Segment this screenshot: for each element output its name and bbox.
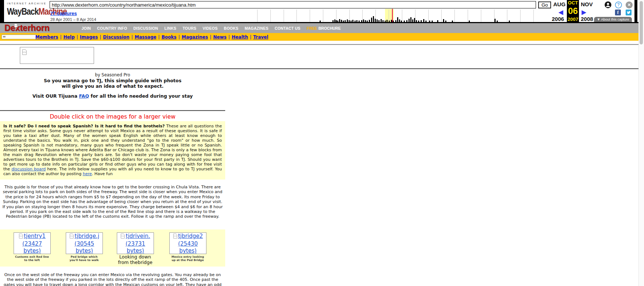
capture-bar[interactable] [416, 20, 417, 22]
capture-bar[interactable] [410, 17, 411, 22]
capture-bar[interactable] [409, 19, 410, 22]
faq-link[interactable]: FAQ [79, 93, 89, 99]
capture-bar[interactable] [385, 21, 386, 22]
capture-bar[interactable] [443, 19, 444, 22]
capture-bar[interactable] [347, 19, 348, 22]
capture-bar[interactable] [497, 21, 498, 22]
posting-here-link[interactable]: here [83, 171, 92, 176]
capture-bar[interactable] [343, 21, 344, 22]
quick-link-images[interactable]: Images [80, 35, 98, 40]
capture-bar[interactable] [445, 21, 446, 22]
capture-bar[interactable] [386, 20, 388, 22]
thumbnail-link[interactable]: tjbridge.j (30545 bytes) [75, 233, 99, 254]
year-prev-label[interactable]: 2006 [552, 16, 564, 22]
thumbnail-link[interactable]: tjdrivein. (23731 bytes) [126, 233, 150, 254]
capture-bar[interactable] [509, 21, 510, 22]
nav-item-magazines[interactable]: MAGAZINES [245, 26, 269, 30]
next-capture-arrow-icon[interactable]: ▶ [582, 9, 586, 16]
capture-bar[interactable] [334, 19, 335, 22]
nav-item-join[interactable]: JOIN [82, 26, 91, 30]
prev-capture-arrow-icon[interactable]: ◀ [558, 9, 563, 16]
capture-bar[interactable] [452, 21, 453, 22]
quick-link-discussion[interactable]: Discussion [103, 35, 129, 40]
capture-bar[interactable] [336, 20, 337, 22]
capture-bar[interactable] [349, 20, 350, 22]
nav-item-videos[interactable]: VIDEOS [202, 26, 217, 30]
capture-bar[interactable] [423, 19, 424, 22]
capture-bar[interactable] [404, 21, 405, 22]
month-prev-label[interactable]: AUG [553, 1, 565, 7]
capture-bar[interactable] [425, 21, 427, 22]
thumbnail-link[interactable]: tjentry1 (23427 bytes) [22, 233, 46, 254]
profile-icon[interactable] [604, 1, 612, 8]
capture-bar[interactable] [412, 19, 413, 22]
scrollbar-thumb[interactable] [640, 1, 643, 44]
capture-bar[interactable] [395, 20, 396, 22]
captures-count-link[interactable]: 77 captures [50, 11, 77, 16]
year-next-label[interactable]: 2008 [581, 16, 593, 22]
capture-bar[interactable] [359, 21, 360, 22]
capture-bar[interactable] [406, 20, 407, 22]
capture-bar[interactable] [371, 18, 372, 22]
go-button[interactable]: Go [538, 1, 551, 8]
scrollbar[interactable] [638, 0, 644, 286]
capture-bar[interactable] [382, 20, 384, 22]
capture-bar[interactable] [365, 20, 366, 22]
capture-bar[interactable] [469, 21, 470, 22]
capture-bar[interactable] [432, 21, 433, 22]
capture-bar[interactable] [341, 20, 342, 22]
capture-bar[interactable] [320, 21, 321, 22]
broken-header-image[interactable] [20, 47, 94, 64]
close-icon[interactable]: ✕ [626, 1, 633, 8]
quick-link-travel[interactable]: Travel [253, 35, 268, 40]
quick-link-members[interactable]: Members [35, 35, 58, 40]
capture-bar[interactable] [399, 19, 400, 22]
thumbnail-broken-image[interactable]: tjdrivein. (23731 bytes) [117, 232, 154, 254]
capture-bar[interactable] [377, 19, 378, 22]
facebook-icon[interactable]: f [615, 10, 621, 15]
capture-bar[interactable] [381, 19, 382, 22]
quick-link-news[interactable]: News [213, 35, 226, 40]
thumbnail-broken-image[interactable]: tjentry1 (23427 bytes) [14, 232, 51, 254]
nav-item-books[interactable]: BOOKS [224, 26, 238, 30]
nav-item-links[interactable]: LINKS [164, 26, 176, 30]
capture-bar[interactable] [345, 20, 346, 22]
capture-bar[interactable] [397, 17, 398, 22]
capture-bar[interactable] [494, 19, 496, 22]
quick-link-help[interactable]: Help [63, 35, 75, 40]
capture-bar[interactable] [418, 21, 419, 22]
capture-bar[interactable] [389, 21, 390, 22]
capture-bar[interactable] [421, 20, 422, 22]
nav-item-country-info[interactable]: COUNTRY INFO [97, 26, 127, 30]
capture-bar[interactable] [355, 21, 356, 22]
quick-link-books[interactable]: Books [162, 35, 177, 40]
capture-bar[interactable] [378, 20, 379, 22]
nav-item-free[interactable]: FREE [307, 26, 317, 30]
capture-bar[interactable] [369, 20, 370, 22]
nav-item-discussion[interactable]: DISCUSSION [133, 26, 158, 30]
capture-bar[interactable] [332, 20, 334, 22]
archived-url-input[interactable] [50, 1, 536, 8]
wayback-logo[interactable]: INTERNET ARCHIVE WayBackMachine [7, 2, 47, 15]
capture-bar[interactable] [414, 18, 415, 22]
capture-bar[interactable] [356, 20, 357, 22]
capture-bar[interactable] [429, 21, 430, 22]
discussion-board-link[interactable]: discussion board [11, 167, 46, 171]
quick-link-massage[interactable]: Massage [134, 35, 156, 40]
quick-link-magazines[interactable]: Magazines [181, 35, 208, 40]
capture-bar[interactable] [373, 16, 374, 22]
nav-item-tours[interactable]: TOURS [183, 26, 197, 30]
capture-bar[interactable] [350, 21, 352, 22]
capture-bar[interactable] [337, 21, 338, 22]
thumbnail-broken-image[interactable]: tjbridge2 (25430 bytes) [169, 232, 206, 254]
nav-item-contact-us[interactable]: CONTACT US [275, 26, 301, 30]
capture-bar[interactable] [363, 19, 364, 22]
search-input[interactable] [1, 35, 37, 39]
brand-logo[interactable]: Dexterhorn [4, 23, 50, 33]
nav-item-brochure[interactable]: BROCHURE [319, 26, 341, 30]
twitter-icon[interactable] [626, 10, 632, 15]
capture-bar[interactable] [367, 21, 368, 22]
capture-bar[interactable] [401, 21, 402, 22]
capture-bar[interactable] [352, 20, 353, 22]
thumbnail-link[interactable]: tjbridge2 (25430 bytes) [178, 233, 203, 254]
